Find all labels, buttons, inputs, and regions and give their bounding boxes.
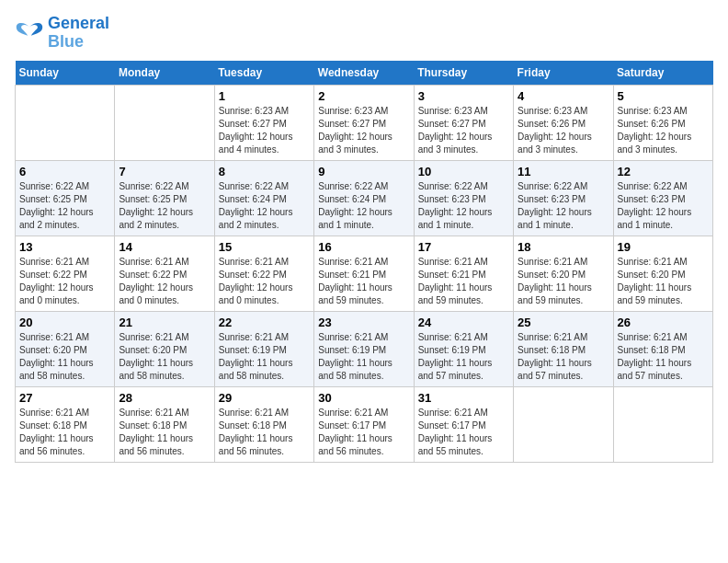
day-number: 28 bbox=[119, 391, 210, 405]
calendar-cell: 4Sunrise: 6:23 AM Sunset: 6:26 PM Daylig… bbox=[514, 85, 613, 160]
calendar-cell: 16Sunrise: 6:21 AM Sunset: 6:21 PM Dayli… bbox=[314, 236, 414, 311]
calendar-cell: 1Sunrise: 6:23 AM Sunset: 6:27 PM Daylig… bbox=[214, 85, 313, 160]
day-info: Sunrise: 6:21 AM Sunset: 6:19 PM Dayligh… bbox=[418, 331, 509, 383]
day-number: 26 bbox=[618, 316, 709, 329]
calendar-cell: 29Sunrise: 6:21 AM Sunset: 6:18 PM Dayli… bbox=[214, 386, 313, 462]
day-info: Sunrise: 6:21 AM Sunset: 6:22 PM Dayligh… bbox=[19, 256, 110, 307]
column-header-monday: Monday bbox=[115, 61, 214, 86]
day-info: Sunrise: 6:22 AM Sunset: 6:25 PM Dayligh… bbox=[119, 180, 210, 232]
day-info: Sunrise: 6:22 AM Sunset: 6:23 PM Dayligh… bbox=[418, 180, 509, 232]
calendar-body: 1Sunrise: 6:23 AM Sunset: 6:27 PM Daylig… bbox=[16, 85, 713, 462]
day-info: Sunrise: 6:23 AM Sunset: 6:27 PM Dayligh… bbox=[318, 105, 409, 156]
calendar-cell: 14Sunrise: 6:21 AM Sunset: 6:22 PM Dayli… bbox=[115, 236, 214, 311]
calendar-cell: 28Sunrise: 6:21 AM Sunset: 6:18 PM Dayli… bbox=[115, 386, 214, 462]
calendar-cell: 20Sunrise: 6:21 AM Sunset: 6:20 PM Dayli… bbox=[16, 311, 115, 386]
calendar-cell: 10Sunrise: 6:22 AM Sunset: 6:23 PM Dayli… bbox=[414, 160, 513, 236]
calendar-cell: 15Sunrise: 6:21 AM Sunset: 6:22 PM Dayli… bbox=[214, 236, 313, 311]
day-number: 17 bbox=[418, 240, 509, 254]
calendar-cell: 2Sunrise: 6:23 AM Sunset: 6:27 PM Daylig… bbox=[314, 85, 414, 160]
day-number: 22 bbox=[219, 316, 310, 329]
day-number: 6 bbox=[19, 165, 110, 178]
day-info: Sunrise: 6:21 AM Sunset: 6:22 PM Dayligh… bbox=[119, 256, 210, 307]
calendar-cell: 18Sunrise: 6:21 AM Sunset: 6:20 PM Dayli… bbox=[514, 236, 613, 311]
day-info: Sunrise: 6:21 AM Sunset: 6:17 PM Dayligh… bbox=[318, 407, 409, 458]
calendar-cell: 19Sunrise: 6:21 AM Sunset: 6:20 PM Dayli… bbox=[613, 236, 712, 311]
column-header-thursday: Thursday bbox=[414, 61, 513, 86]
day-number: 30 bbox=[318, 391, 409, 405]
day-number: 29 bbox=[219, 391, 310, 405]
calendar-cell bbox=[514, 386, 613, 462]
day-number: 8 bbox=[219, 165, 310, 178]
day-info: Sunrise: 6:21 AM Sunset: 6:19 PM Dayligh… bbox=[318, 331, 409, 383]
day-info: Sunrise: 6:21 AM Sunset: 6:21 PM Dayligh… bbox=[418, 256, 509, 307]
day-number: 1 bbox=[219, 89, 310, 103]
day-number: 13 bbox=[19, 240, 110, 254]
calendar-cell bbox=[613, 386, 712, 462]
day-number: 9 bbox=[318, 165, 409, 178]
day-number: 3 bbox=[418, 89, 509, 103]
calendar-cell: 12Sunrise: 6:22 AM Sunset: 6:23 PM Dayli… bbox=[613, 160, 712, 236]
calendar-cell: 5Sunrise: 6:23 AM Sunset: 6:26 PM Daylig… bbox=[613, 85, 712, 160]
calendar-cell: 23Sunrise: 6:21 AM Sunset: 6:19 PM Dayli… bbox=[314, 311, 414, 386]
calendar-header-row: SundayMondayTuesdayWednesdayThursdayFrid… bbox=[16, 61, 713, 86]
day-info: Sunrise: 6:23 AM Sunset: 6:26 PM Dayligh… bbox=[518, 105, 609, 156]
day-info: Sunrise: 6:22 AM Sunset: 6:25 PM Dayligh… bbox=[19, 180, 110, 232]
column-header-saturday: Saturday bbox=[613, 61, 712, 86]
calendar-cell: 11Sunrise: 6:22 AM Sunset: 6:23 PM Dayli… bbox=[514, 160, 613, 236]
day-info: Sunrise: 6:23 AM Sunset: 6:26 PM Dayligh… bbox=[618, 105, 709, 156]
day-info: Sunrise: 6:23 AM Sunset: 6:27 PM Dayligh… bbox=[418, 105, 509, 156]
day-info: Sunrise: 6:21 AM Sunset: 6:18 PM Dayligh… bbox=[19, 407, 110, 458]
day-number: 4 bbox=[518, 89, 609, 103]
day-info: Sunrise: 6:21 AM Sunset: 6:20 PM Dayligh… bbox=[119, 331, 210, 383]
day-number: 2 bbox=[318, 89, 409, 103]
day-number: 19 bbox=[618, 240, 709, 254]
calendar-cell: 8Sunrise: 6:22 AM Sunset: 6:24 PM Daylig… bbox=[214, 160, 313, 236]
day-info: Sunrise: 6:21 AM Sunset: 6:20 PM Dayligh… bbox=[618, 256, 709, 307]
calendar-cell: 13Sunrise: 6:21 AM Sunset: 6:22 PM Dayli… bbox=[16, 236, 115, 311]
calendar-cell: 27Sunrise: 6:21 AM Sunset: 6:18 PM Dayli… bbox=[16, 386, 115, 462]
calendar-cell: 9Sunrise: 6:22 AM Sunset: 6:24 PM Daylig… bbox=[314, 160, 414, 236]
day-info: Sunrise: 6:22 AM Sunset: 6:24 PM Dayligh… bbox=[219, 180, 310, 232]
header: General Blue bbox=[15, 15, 713, 52]
calendar-week-5: 27Sunrise: 6:21 AM Sunset: 6:18 PM Dayli… bbox=[16, 386, 713, 462]
calendar-cell: 17Sunrise: 6:21 AM Sunset: 6:21 PM Dayli… bbox=[414, 236, 513, 311]
logo-text: General Blue bbox=[48, 15, 109, 52]
calendar-cell: 22Sunrise: 6:21 AM Sunset: 6:19 PM Dayli… bbox=[214, 311, 313, 386]
calendar-cell: 3Sunrise: 6:23 AM Sunset: 6:27 PM Daylig… bbox=[414, 85, 513, 160]
day-info: Sunrise: 6:21 AM Sunset: 6:17 PM Dayligh… bbox=[418, 407, 509, 458]
calendar-week-2: 6Sunrise: 6:22 AM Sunset: 6:25 PM Daylig… bbox=[16, 160, 713, 236]
column-header-tuesday: Tuesday bbox=[214, 61, 313, 86]
day-info: Sunrise: 6:22 AM Sunset: 6:23 PM Dayligh… bbox=[518, 180, 609, 232]
day-number: 7 bbox=[119, 165, 210, 178]
day-number: 31 bbox=[418, 391, 509, 405]
calendar-cell: 24Sunrise: 6:21 AM Sunset: 6:19 PM Dayli… bbox=[414, 311, 513, 386]
day-number: 5 bbox=[618, 89, 709, 103]
calendar-cell: 7Sunrise: 6:22 AM Sunset: 6:25 PM Daylig… bbox=[115, 160, 214, 236]
calendar-table: SundayMondayTuesdayWednesdayThursdayFrid… bbox=[15, 61, 713, 463]
calendar-cell: 25Sunrise: 6:21 AM Sunset: 6:18 PM Dayli… bbox=[514, 311, 613, 386]
day-number: 10 bbox=[418, 165, 509, 178]
day-info: Sunrise: 6:21 AM Sunset: 6:18 PM Dayligh… bbox=[518, 331, 609, 383]
calendar-cell bbox=[16, 85, 115, 160]
day-number: 21 bbox=[119, 316, 210, 329]
day-number: 24 bbox=[418, 316, 509, 329]
calendar-week-4: 20Sunrise: 6:21 AM Sunset: 6:20 PM Dayli… bbox=[16, 311, 713, 386]
calendar-week-1: 1Sunrise: 6:23 AM Sunset: 6:27 PM Daylig… bbox=[16, 85, 713, 160]
logo: General Blue bbox=[15, 15, 109, 52]
calendar-week-3: 13Sunrise: 6:21 AM Sunset: 6:22 PM Dayli… bbox=[16, 236, 713, 311]
day-info: Sunrise: 6:21 AM Sunset: 6:20 PM Dayligh… bbox=[518, 256, 609, 307]
day-number: 15 bbox=[219, 240, 310, 254]
day-number: 25 bbox=[518, 316, 609, 329]
column-header-friday: Friday bbox=[514, 61, 613, 86]
day-info: Sunrise: 6:22 AM Sunset: 6:24 PM Dayligh… bbox=[318, 180, 409, 232]
day-number: 18 bbox=[518, 240, 609, 254]
calendar-cell: 26Sunrise: 6:21 AM Sunset: 6:18 PM Dayli… bbox=[613, 311, 712, 386]
day-number: 12 bbox=[618, 165, 709, 178]
day-number: 23 bbox=[318, 316, 409, 329]
logo-bird-icon bbox=[15, 20, 44, 46]
day-info: Sunrise: 6:21 AM Sunset: 6:19 PM Dayligh… bbox=[219, 331, 310, 383]
calendar-cell: 6Sunrise: 6:22 AM Sunset: 6:25 PM Daylig… bbox=[16, 160, 115, 236]
day-number: 20 bbox=[19, 316, 110, 329]
day-info: Sunrise: 6:21 AM Sunset: 6:22 PM Dayligh… bbox=[219, 256, 310, 307]
day-info: Sunrise: 6:23 AM Sunset: 6:27 PM Dayligh… bbox=[219, 105, 310, 156]
